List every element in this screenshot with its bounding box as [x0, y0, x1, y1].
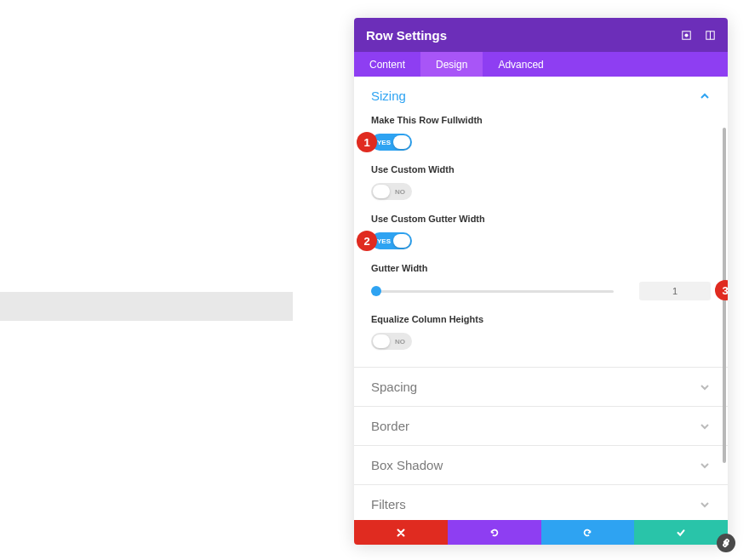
tab-advanced[interactable]: Advanced — [483, 52, 558, 77]
undo-button[interactable] — [448, 520, 541, 545]
field-label: Equalize Column Heights — [371, 314, 711, 324]
background-bar — [0, 292, 293, 321]
panel-footer — [354, 520, 728, 545]
section-header-filters[interactable]: Filters — [354, 485, 728, 520]
chevron-down-icon — [699, 460, 711, 471]
field-fullwidth: Make This Row Fullwidth 1 YES — [371, 115, 711, 151]
section-filters: Filters — [354, 485, 728, 520]
toggle-label: NO — [395, 338, 405, 346]
svg-point-1 — [684, 33, 687, 36]
section-header-box-shadow[interactable]: Box Shadow — [354, 446, 728, 484]
header-actions — [680, 29, 716, 41]
tab-content[interactable]: Content — [354, 52, 420, 77]
section-spacing: Spacing — [354, 368, 728, 407]
panel-header: Row Settings — [354, 18, 728, 52]
field-label: Gutter Width — [371, 263, 711, 273]
gutter-width-input[interactable] — [639, 282, 711, 300]
toggle-label: YES — [377, 139, 391, 146]
annotation-badge-3: 3 — [715, 280, 728, 300]
settings-panel: Row Settings Content Design Advanced Siz… — [354, 18, 728, 545]
section-title: Spacing — [371, 380, 417, 394]
field-label: Use Custom Width — [371, 164, 711, 174]
field-gutter-width: Gutter Width 3 — [371, 263, 711, 300]
fullscreen-icon[interactable] — [680, 29, 692, 41]
toggle-knob — [373, 334, 390, 348]
toggle-label: NO — [395, 188, 405, 196]
toggle-label: YES — [377, 237, 391, 245]
section-sizing: Sizing Make This Row Fullwidth 1 YES — [354, 77, 728, 368]
field-label: Use Custom Gutter Width — [371, 214, 711, 224]
cancel-button[interactable] — [354, 520, 448, 545]
field-custom-gutter: Use Custom Gutter Width 2 YES — [371, 214, 711, 249]
toggle-fullwidth[interactable]: YES — [371, 134, 412, 151]
gutter-width-slider[interactable] — [371, 290, 614, 293]
section-title: Border — [371, 419, 409, 433]
panel-content: Sizing Make This Row Fullwidth 1 YES — [354, 77, 728, 520]
section-title: Box Shadow — [371, 458, 443, 472]
section-box-shadow: Box Shadow — [354, 446, 728, 485]
toggle-knob — [373, 185, 390, 198]
field-custom-width: Use Custom Width NO — [371, 164, 711, 200]
section-header-border[interactable]: Border — [354, 407, 728, 445]
chevron-down-icon — [699, 499, 711, 511]
section-header-sizing[interactable]: Sizing — [354, 77, 728, 115]
field-label: Make This Row Fullwidth — [371, 115, 711, 125]
layout-icon[interactable] — [704, 29, 716, 41]
chevron-down-icon — [699, 420, 711, 432]
toggle-knob — [393, 135, 410, 149]
section-title: Filters — [371, 497, 406, 511]
tab-design[interactable]: Design — [420, 52, 483, 77]
section-border: Border — [354, 407, 728, 446]
toggle-custom-width[interactable]: NO — [371, 183, 412, 200]
section-title: Sizing — [371, 89, 406, 103]
panel-title: Row Settings — [366, 28, 447, 43]
help-fab[interactable] — [717, 534, 735, 552]
toggle-custom-gutter[interactable]: YES — [371, 232, 412, 249]
sizing-body: Make This Row Fullwidth 1 YES Use Custom… — [354, 115, 728, 367]
toggle-knob — [393, 234, 410, 248]
annotation-badge-1: 1 — [357, 132, 377, 152]
chevron-down-icon — [699, 381, 711, 393]
save-button[interactable] — [634, 520, 728, 545]
section-header-spacing[interactable]: Spacing — [354, 368, 728, 406]
annotation-badge-2: 2 — [357, 231, 377, 251]
chevron-up-icon — [699, 90, 711, 102]
slider-thumb[interactable] — [371, 286, 381, 296]
redo-button[interactable] — [541, 520, 635, 545]
tabs-bar: Content Design Advanced — [354, 52, 728, 77]
toggle-equalize[interactable]: NO — [371, 333, 412, 350]
field-equalize: Equalize Column Heights NO — [371, 314, 711, 350]
